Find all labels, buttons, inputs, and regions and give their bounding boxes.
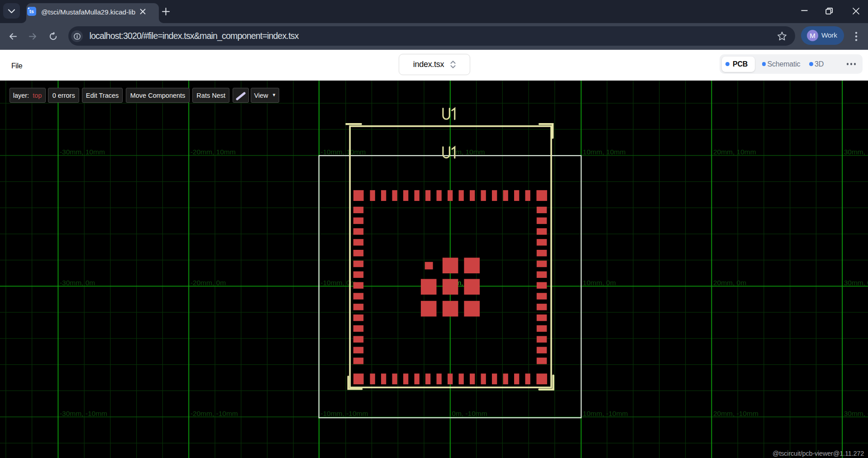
svg-text:-20mm, 0m: -20mm, 0m [191, 279, 226, 286]
svg-text:20mm, -10mm: 20mm, -10mm [713, 410, 758, 417]
svg-text:20mm, 10mm: 20mm, 10mm [713, 148, 756, 156]
svg-text:-30mm, 0m: -30mm, 0m [60, 279, 95, 286]
svg-text:-10mm, -10mm: -10mm, -10mm [320, 410, 368, 417]
svg-text:0m, -10mm: 0m, -10mm [452, 410, 487, 417]
svg-text:30mm, -10mm: 30mm, -10mm [844, 410, 868, 417]
svg-text:10mm, -10mm: 10mm, -10mm [583, 410, 628, 417]
svg-text:0m, 10mm: 0m, 10mm [452, 148, 485, 156]
svg-text:-20mm, -10mm: -20mm, -10mm [191, 410, 238, 417]
svg-text:-10mm, 10mm: -10mm, 10mm [320, 148, 366, 156]
svg-text:-30mm, 10mm: -30mm, 10mm [60, 148, 105, 156]
svg-text:-20mm, 10mm: -20mm, 10mm [191, 148, 236, 156]
svg-text:-30mm, -10mm: -30mm, -10mm [60, 410, 107, 417]
svg-text:10mm, 10mm: 10mm, 10mm [583, 148, 626, 156]
svg-text:10mm, 0m: 10mm, 0m [583, 279, 616, 286]
svg-text:30mm, 10mm: 30mm, 10mm [844, 148, 868, 156]
svg-text:20mm, 0m: 20mm, 0m [713, 279, 746, 286]
svg-text:30mm, 0m: 30mm, 0m [844, 279, 868, 286]
